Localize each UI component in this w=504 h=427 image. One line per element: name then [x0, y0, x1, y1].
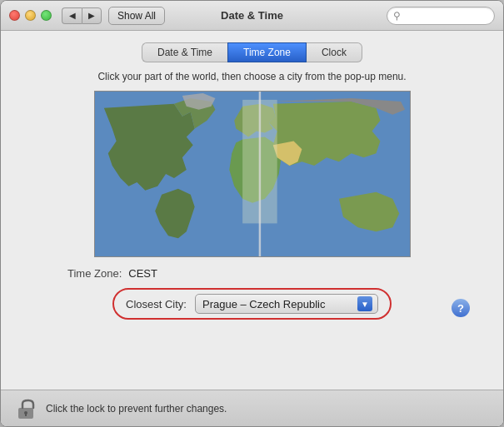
- bottom-bar: Click the lock to prevent further change…: [1, 390, 503, 426]
- tab-clock[interactable]: Clock: [307, 42, 362, 62]
- city-dropdown-value: Prague – Czech Republic: [202, 298, 325, 310]
- lock-label: Click the lock to prevent further change…: [46, 403, 227, 415]
- tab-bar: Date & Time Time Zone Clock: [142, 42, 362, 62]
- main-window: ◀ ▶ Show All Date & Time ⚲ Date & Time T…: [0, 0, 504, 427]
- world-map[interactable]: [94, 91, 411, 257]
- tab-time-zone[interactable]: Time Zone: [227, 42, 307, 62]
- dropdown-arrow-icon: ▼: [357, 296, 372, 311]
- back-button[interactable]: ◀: [62, 7, 82, 24]
- close-button[interactable]: [9, 10, 20, 21]
- show-all-button[interactable]: Show All: [108, 7, 165, 25]
- instruction-text: Click your part of the world, then choos…: [97, 71, 406, 82]
- window-title: Date & Time: [221, 9, 283, 22]
- minimize-button[interactable]: [25, 10, 36, 21]
- lock-icon[interactable]: [14, 397, 37, 420]
- search-icon: ⚲: [393, 10, 401, 22]
- maximize-button[interactable]: [41, 10, 52, 21]
- timezone-label: Time Zone:: [67, 267, 122, 280]
- timezone-info: Time Zone: CEST: [67, 267, 157, 280]
- traffic-lights: [9, 10, 52, 21]
- search-input[interactable]: [404, 10, 488, 22]
- forward-button[interactable]: ▶: [82, 7, 102, 24]
- svg-rect-5: [25, 413, 27, 416]
- timezone-value: CEST: [128, 267, 157, 280]
- content-area: Date & Time Time Zone Clock Click your p…: [1, 31, 503, 390]
- titlebar: ◀ ▶ Show All Date & Time ⚲: [1, 1, 503, 31]
- tab-date-time[interactable]: Date & Time: [142, 42, 227, 62]
- city-dropdown[interactable]: Prague – Czech Republic ▼: [195, 294, 378, 314]
- search-box[interactable]: ⚲: [387, 7, 495, 25]
- closest-city-row: Closest City: Prague – Czech Republic ▼: [112, 288, 392, 320]
- help-button[interactable]: ?: [452, 299, 470, 317]
- closest-city-label: Closest City:: [126, 298, 187, 310]
- city-help-row: Closest City: Prague – Czech Republic ▼ …: [17, 288, 487, 328]
- nav-buttons: ◀ ▶: [62, 7, 102, 24]
